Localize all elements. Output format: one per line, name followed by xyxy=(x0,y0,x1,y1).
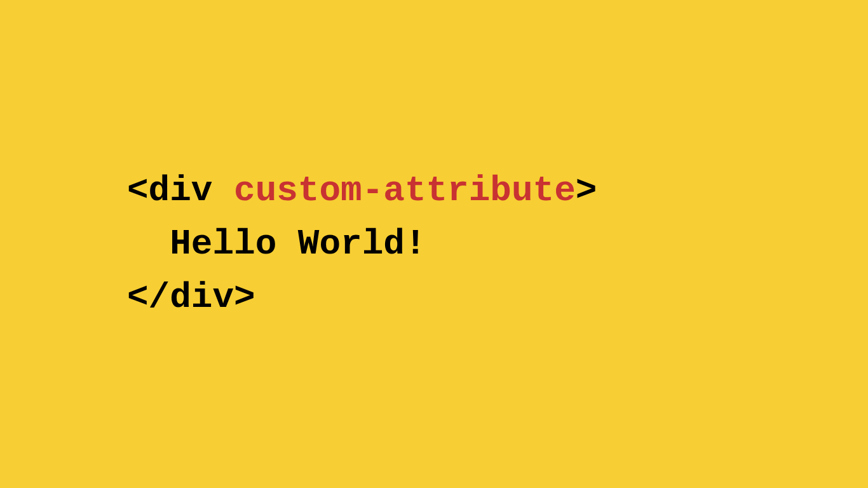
space xyxy=(212,170,234,211)
code-line-3: </div> xyxy=(127,277,255,318)
text-content: Hello World! xyxy=(170,224,426,264)
close-angle-bracket: > xyxy=(576,170,597,211)
code-snippet: <div custom-attribute> Hello World! </di… xyxy=(127,164,597,324)
open-angle-bracket: < xyxy=(127,170,149,211)
tag-name: div xyxy=(149,170,213,211)
code-line-1: <div custom-attribute> xyxy=(127,170,597,211)
code-line-2: Hello World! xyxy=(127,224,426,264)
indent xyxy=(127,224,170,264)
closing-tag: </div> xyxy=(127,277,255,318)
attribute-name: custom-attribute xyxy=(234,170,576,211)
